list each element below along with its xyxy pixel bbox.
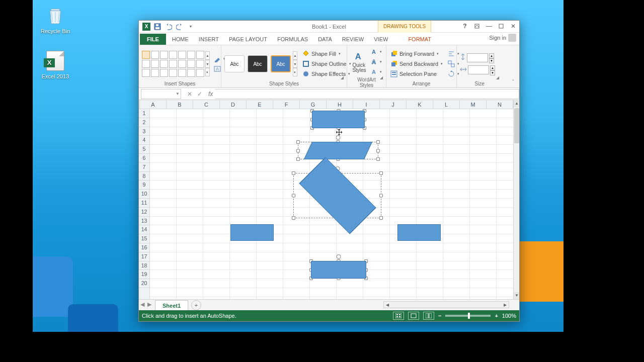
column-header[interactable]: C: [193, 100, 220, 109]
shape-width-input[interactable]: ▲▼: [460, 65, 495, 74]
shape-style-gallery[interactable]: Abc Abc Abc: [224, 55, 291, 72]
text-outline-button[interactable]: A▾: [369, 57, 383, 66]
rotation-handle-icon[interactable]: [336, 135, 341, 140]
row-header[interactable]: 20: [139, 279, 149, 288]
column-header[interactable]: K: [407, 100, 433, 109]
zoom-slider[interactable]: [445, 315, 491, 317]
column-header[interactable]: D: [220, 100, 247, 109]
row-header[interactable]: 9: [139, 180, 149, 190]
vertical-scrollbar[interactable]: ▲▼: [513, 109, 519, 299]
style-down-icon[interactable]: ▼: [293, 60, 297, 68]
text-fill-button[interactable]: A▾: [369, 47, 383, 56]
qat-redo-icon[interactable]: [175, 22, 184, 31]
row-header[interactable]: 1: [139, 109, 149, 118]
shape-data[interactable]: [304, 142, 372, 159]
column-headers[interactable]: ABCDEFGHIJKLMN: [140, 100, 513, 109]
shape-height-input[interactable]: ▲▼: [460, 53, 495, 62]
tab-home[interactable]: HOME: [167, 34, 194, 45]
row-header[interactable]: 8: [139, 172, 149, 181]
tab-page-layout[interactable]: PAGE LAYOUT: [224, 34, 272, 45]
shape-process-bottom[interactable]: [311, 261, 366, 279]
view-normal-icon[interactable]: [393, 312, 404, 320]
close-button[interactable]: ✕: [507, 21, 519, 32]
tab-review[interactable]: REVIEW: [337, 34, 369, 45]
tab-data[interactable]: DATA: [313, 34, 337, 45]
tab-file[interactable]: FILE: [140, 34, 166, 45]
wordart-launcher-icon[interactable]: ◢: [380, 75, 385, 80]
cell-area[interactable]: [150, 109, 513, 299]
zoom-out-button[interactable]: −: [438, 313, 441, 319]
excel-app-icon[interactable]: X: [142, 22, 151, 31]
style-more-icon[interactable]: ▾: [293, 68, 297, 76]
column-header[interactable]: H: [327, 100, 353, 109]
recycle-bin-icon[interactable]: Recycle Bin: [38, 5, 73, 34]
column-header[interactable]: L: [433, 100, 460, 109]
sheet-nav-next-icon[interactable]: ▶: [146, 301, 153, 309]
gallery-down-icon[interactable]: ▼: [205, 60, 210, 68]
column-header[interactable]: B: [167, 100, 193, 109]
horizontal-scrollbar[interactable]: ◀▶: [383, 301, 509, 308]
row-header[interactable]: 14: [139, 225, 149, 234]
qat-save-icon[interactable]: [153, 22, 162, 31]
row-headers[interactable]: 1234567891011121314151617181920: [139, 109, 150, 299]
row-header[interactable]: 11: [139, 199, 149, 208]
send-backward-button[interactable]: Send Backward▾: [389, 59, 444, 68]
gallery-more-icon[interactable]: ▾: [205, 68, 210, 76]
style-preset-3[interactable]: Abc: [271, 55, 291, 72]
column-header[interactable]: J: [380, 100, 407, 109]
shape-process-left[interactable]: [230, 224, 274, 241]
row-header[interactable]: 2: [139, 118, 149, 127]
shapes-gallery[interactable]: [142, 51, 204, 77]
ribbon-display-options-icon[interactable]: [471, 21, 483, 32]
shape-decision[interactable]: [293, 173, 381, 218]
zoom-in-button[interactable]: +: [495, 313, 498, 319]
row-header[interactable]: 19: [139, 270, 149, 279]
tab-formulas[interactable]: FORMULAS: [272, 34, 313, 45]
column-header[interactable]: A: [140, 100, 167, 109]
selection-pane-button[interactable]: Selection Pane: [389, 69, 444, 78]
row-header[interactable]: 6: [139, 154, 149, 163]
maximize-button[interactable]: [495, 21, 507, 32]
add-sheet-button[interactable]: +: [191, 300, 201, 310]
column-header[interactable]: G: [300, 100, 327, 109]
row-header[interactable]: 18: [139, 261, 149, 270]
column-header[interactable]: E: [247, 100, 273, 109]
row-header[interactable]: 12: [139, 208, 149, 217]
shape-process-right[interactable]: [397, 224, 441, 241]
style-preset-2[interactable]: Abc: [248, 55, 268, 72]
zoom-level[interactable]: 100%: [502, 313, 516, 319]
sign-in-link[interactable]: Sign in: [489, 34, 516, 42]
column-header[interactable]: M: [460, 100, 487, 109]
tab-insert[interactable]: INSERT: [194, 34, 224, 45]
rotation-handle-icon[interactable]: [337, 254, 341, 259]
fx-label[interactable]: fx: [206, 90, 215, 98]
row-header[interactable]: 17: [139, 252, 149, 261]
row-header[interactable]: 7: [139, 163, 149, 172]
excel-shortcut-icon[interactable]: X Excel 2013: [38, 50, 73, 79]
row-header[interactable]: 4: [139, 136, 149, 145]
sheet-nav-prev-icon[interactable]: ◀: [139, 301, 146, 309]
bring-forward-button[interactable]: Bring Forward▾: [389, 49, 444, 58]
row-header[interactable]: 5: [139, 145, 149, 154]
size-launcher-icon[interactable]: ◢: [496, 75, 501, 80]
row-header[interactable]: 16: [139, 243, 149, 252]
shape-styles-launcher-icon[interactable]: ◢: [341, 75, 346, 80]
name-box[interactable]: ▼: [141, 89, 181, 99]
style-up-icon[interactable]: ▲: [293, 51, 297, 60]
view-page-layout-icon[interactable]: [408, 312, 419, 320]
column-header[interactable]: F: [273, 100, 300, 109]
help-button[interactable]: ?: [459, 21, 471, 32]
formula-input[interactable]: [215, 89, 519, 99]
style-preset-1[interactable]: Abc: [224, 55, 245, 72]
row-header[interactable]: 15: [139, 234, 149, 243]
cancel-formula-icon[interactable]: ✕: [185, 90, 194, 98]
gallery-up-icon[interactable]: ▲: [205, 51, 210, 60]
row-header[interactable]: 3: [139, 127, 149, 136]
title-bar[interactable]: X ▼ Book1 - Excel DRAWING TOOLS ? — ✕: [139, 21, 519, 33]
enter-formula-icon[interactable]: ✓: [195, 90, 204, 98]
minimize-button[interactable]: —: [483, 21, 495, 32]
row-header[interactable]: 10: [139, 190, 149, 199]
column-header[interactable]: I: [353, 100, 380, 109]
row-header[interactable]: 13: [139, 217, 149, 226]
column-header[interactable]: N: [487, 100, 513, 109]
